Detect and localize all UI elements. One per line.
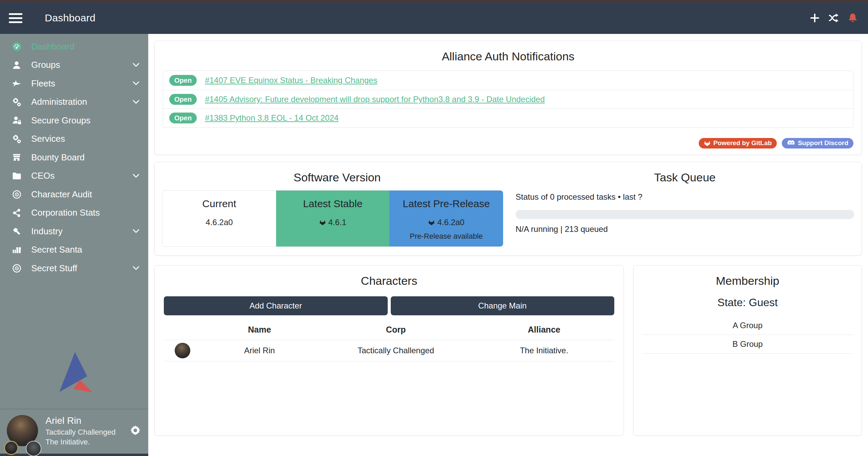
version-current-column: Current 4.6.2a0	[162, 191, 276, 246]
sidebar-item-label: Fleets	[31, 78, 55, 89]
gitlab-badge-label: Powered by GitLab	[713, 139, 772, 147]
sidebar-item-groups[interactable]: Groups	[0, 56, 148, 75]
jet-icon	[11, 79, 22, 88]
main-content: Alliance Auth Notifications Open #1407 E…	[148, 34, 868, 456]
notification-link[interactable]: #1383 Python 3.8 EOL - 14 Oct 2024	[205, 113, 339, 123]
task-queue-status: Status of 0 processed tasks • last ?	[516, 192, 854, 202]
sidebar-item-label: CEOs	[31, 171, 55, 181]
list-item: A Group	[642, 316, 853, 335]
discord-icon	[787, 140, 795, 146]
sidebar-item-bounty-board[interactable]: Bounty Board	[0, 148, 148, 167]
sidebar-item-services[interactable]: Services	[0, 130, 148, 148]
notifications-title: Alliance Auth Notifications	[163, 50, 853, 63]
task-queue-progress-bar	[516, 210, 854, 219]
sidebar-item-secret-stuff[interactable]: Secret Stuff	[0, 259, 148, 278]
share-nodes-icon	[11, 209, 22, 217]
notification-link[interactable]: #1405 Advisory: Future development will …	[205, 95, 545, 104]
chevron-down-icon	[133, 174, 139, 178]
sidebar-item-character-audit[interactable]: Character Audit	[0, 185, 148, 204]
software-version-title: Software Version	[162, 171, 512, 184]
software-version-task-queue-panel: Software Version Current 4.6.2a0 Latest …	[154, 162, 862, 256]
task-queue-section: Task Queue Status of 0 processed tasks •…	[512, 167, 854, 250]
corp-logo	[4, 441, 18, 455]
sidebar-item-label: Corporation Stats	[31, 207, 100, 218]
sidebar-item-label: Administration	[31, 97, 87, 107]
sidebar-item-industry[interactable]: Industry	[0, 222, 148, 241]
change-main-button[interactable]: Change Main	[391, 296, 615, 315]
add-icon[interactable]	[809, 12, 821, 24]
characters-table-header: Name Corp Alliance	[164, 320, 614, 340]
folder-icon	[11, 172, 22, 180]
chevron-down-icon	[133, 63, 139, 67]
character-corp-cell: Tactically Challenged	[318, 346, 474, 355]
membership-title: Membership	[642, 274, 853, 288]
notification-link[interactable]: #1407 EVE Equinox Status - Breaking Chan…	[205, 76, 377, 85]
hammer-icon	[11, 227, 22, 236]
settings-gear-icon[interactable]	[129, 424, 141, 437]
menu-toggle-button[interactable]	[9, 13, 22, 23]
eye-icon	[11, 264, 22, 273]
sidebar-item-secret-santa[interactable]: Secret Santa	[0, 241, 148, 259]
sidebar-item-fleets[interactable]: Fleets	[0, 74, 148, 93]
version-value: 4.6.2a0	[206, 218, 233, 227]
character-name-cell: Ariel Rin	[201, 346, 318, 355]
version-prerelease-column: Latest Pre-Release 4.6.2a0 Pre-Release a…	[389, 191, 503, 246]
version-comparison-box: Current 4.6.2a0 Latest Stable 4.6.1 L	[162, 190, 503, 247]
user-corp: Tactically Challenged	[45, 427, 116, 437]
sidebar-item-label: Services	[31, 134, 65, 144]
characters-table: Name Corp Alliance Ariel Rin Tactically …	[164, 320, 614, 361]
gitlab-badge[interactable]: Powered by GitLab	[699, 138, 777, 148]
membership-panel: Membership State: Guest A Group B Group	[633, 265, 862, 436]
sidebar-bottom-strip	[0, 454, 148, 456]
chevron-down-icon	[133, 229, 139, 234]
page-title: Dashboard	[45, 12, 95, 24]
shuffle-icon[interactable]	[828, 12, 840, 24]
discord-badge-label: Support Discord	[798, 139, 848, 147]
version-stable-column: Latest Stable 4.6.1	[276, 191, 390, 246]
user-icon	[11, 61, 22, 70]
discord-badge[interactable]: Support Discord	[782, 138, 853, 148]
gifts-icon	[11, 245, 22, 254]
sidebar-nav: Dashboard Groups Fleets	[0, 34, 148, 278]
character-alliance-cell: The Initiative.	[474, 346, 614, 355]
column-header-corp: Corp	[318, 325, 474, 335]
membership-groups-list: A Group B Group	[642, 316, 853, 354]
notifications-footer: Powered by GitLab Support Discord	[163, 138, 853, 148]
characters-panel: Characters Add Character Change Main Nam…	[154, 265, 624, 436]
user-name: Ariel Rin	[45, 415, 116, 427]
notifications-list: Open #1407 EVE Equinox Status - Breaking…	[163, 71, 853, 128]
prerelease-note: Pre-Release available	[389, 232, 503, 241]
sidebar-item-administration[interactable]: Administration	[0, 93, 148, 112]
sidebar-item-label: Industry	[31, 226, 63, 237]
bell-icon[interactable]	[847, 12, 859, 24]
sidebar-item-corporation-stats[interactable]: Corporation Stats	[0, 204, 148, 222]
gears-icon	[11, 97, 22, 106]
character-avatar	[175, 343, 190, 358]
navbar-actions	[809, 12, 859, 24]
notifications-panel: Alliance Auth Notifications Open #1407 E…	[154, 41, 862, 155]
dashboard-page: Dashboard	[0, 0, 868, 456]
gitlab-icon	[319, 219, 326, 225]
gauge-icon	[11, 42, 22, 51]
sidebar-item-label: Secret Stuff	[31, 263, 77, 274]
membership-state: State: Guest	[642, 296, 853, 309]
alliance-auth-logo	[0, 351, 148, 395]
add-character-button[interactable]: Add Character	[164, 296, 388, 315]
user-card: Ariel Rin Tactically Challenged The Init…	[0, 409, 148, 454]
version-column-label: Current	[162, 198, 276, 210]
sidebar-item-label: Groups	[31, 60, 60, 70]
column-header-alliance: Alliance	[474, 325, 614, 335]
gears-icon	[11, 134, 22, 143]
user-avatar	[7, 415, 38, 446]
sidebar-item-dashboard[interactable]: Dashboard	[0, 37, 148, 56]
chevron-down-icon	[133, 81, 139, 86]
sidebar-item-ceos[interactable]: CEOs	[0, 167, 148, 185]
sidebar-item-label: Bounty Board	[31, 152, 85, 163]
column-header-name: Name	[201, 325, 318, 335]
sidebar-item-secure-groups[interactable]: Secure Groups	[0, 111, 148, 130]
sidebar-item-label: Secure Groups	[31, 115, 91, 126]
version-value: 4.6.1	[328, 218, 346, 227]
task-queue-title: Task Queue	[516, 171, 854, 184]
sidebar-item-label: Dashboard	[31, 41, 74, 52]
chevron-down-icon	[133, 100, 139, 104]
